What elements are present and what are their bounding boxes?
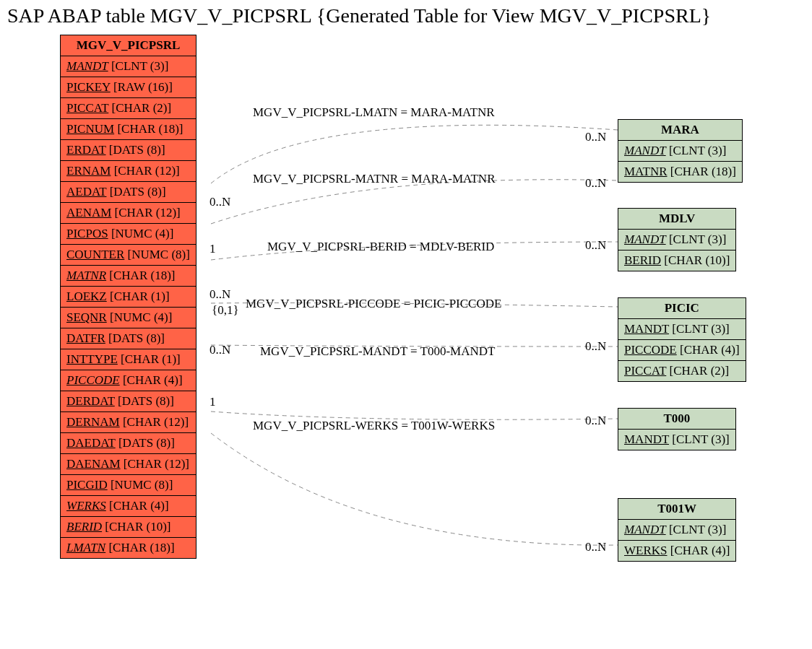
entity-field: LMATN [CHAR (18)] bbox=[61, 538, 196, 559]
entity-field: MANDT [CLNT (3)] bbox=[618, 319, 746, 340]
entity-field: MANDT [CLNT (3)] bbox=[618, 520, 736, 541]
field-name: DATFR bbox=[66, 331, 105, 345]
field-name: MANDT bbox=[624, 523, 666, 536]
cardinality-right: 0..N bbox=[585, 176, 606, 191]
entity-field: DATFR [DATS (8)] bbox=[61, 328, 196, 349]
entity-field: PICGID [NUMC (8)] bbox=[61, 475, 196, 496]
relation-label: MGV_V_PICPSRL-MATNR = MARA-MATNR bbox=[253, 172, 495, 186]
field-name: DAEDAT bbox=[66, 436, 116, 450]
field-name: WERKS bbox=[624, 544, 668, 557]
cardinality-left: 0..N bbox=[210, 195, 230, 209]
entity-field: AENAM [CHAR (12)] bbox=[61, 203, 196, 224]
cardinality-left: 0..N bbox=[210, 343, 230, 357]
field-name: INTTYPE bbox=[66, 352, 118, 366]
field-name: COUNTER bbox=[66, 248, 124, 261]
relation-label: MGV_V_PICPSRL-MANDT = T000-MANDT bbox=[260, 344, 495, 359]
entity-field: MANDT [CLNT (3)] bbox=[618, 230, 736, 251]
field-name: PICCODE bbox=[66, 373, 120, 387]
field-name: BERID bbox=[66, 520, 102, 533]
entity-field: PICCODE [CHAR (4)] bbox=[618, 340, 746, 361]
entity-field: PICKEY [RAW (16)] bbox=[61, 77, 196, 98]
entity-field: DERDAT [DATS (8)] bbox=[61, 391, 196, 412]
field-name: LOEKZ bbox=[66, 289, 107, 303]
entity-header: MARA bbox=[618, 120, 743, 141]
entity-header: T000 bbox=[618, 409, 736, 430]
field-name: MANDT bbox=[624, 322, 669, 336]
entity-field: PICCAT [CHAR (2)] bbox=[61, 98, 196, 119]
field-name: DERNAM bbox=[66, 415, 120, 429]
field-name: PICCAT bbox=[624, 364, 666, 378]
field-name: ERDAT bbox=[66, 143, 105, 157]
field-name: PICGID bbox=[66, 478, 108, 492]
field-name: PICCODE bbox=[624, 343, 677, 357]
field-name: MATNR bbox=[66, 269, 106, 282]
field-name: PICCAT bbox=[66, 101, 108, 115]
cardinality-left: 1 bbox=[210, 395, 216, 409]
cardinality-right: 0..N bbox=[585, 540, 606, 554]
field-name: SEQNR bbox=[66, 310, 107, 324]
entity-table-t000: T000MANDT [CLNT (3)] bbox=[618, 408, 736, 450]
entity-field: MATNR [CHAR (18)] bbox=[61, 266, 196, 287]
entity-field: ERDAT [DATS (8)] bbox=[61, 140, 196, 161]
entity-field: MANDT [CLNT (3)] bbox=[61, 56, 196, 77]
field-name: PICPOS bbox=[66, 227, 108, 240]
entity-header: MDLV bbox=[618, 209, 736, 230]
relation-label: MGV_V_PICPSRL-BERID = MDLV-BERID bbox=[267, 240, 494, 254]
entity-table-t001w: T001WMANDT [CLNT (3)]WERKS [CHAR (4)] bbox=[618, 498, 736, 562]
entity-field: DERNAM [CHAR (12)] bbox=[61, 412, 196, 433]
entity-field: DAEDAT [DATS (8)] bbox=[61, 433, 196, 454]
entity-field: SEQNR [NUMC (4)] bbox=[61, 308, 196, 328]
cardinality-right: 0..N bbox=[585, 414, 606, 428]
entity-header: MGV_V_PICPSRL bbox=[61, 35, 196, 56]
field-name: MANDT bbox=[624, 432, 669, 446]
entity-field: BERID [CHAR (10)] bbox=[618, 251, 736, 271]
entity-field: PICCAT [CHAR (2)] bbox=[618, 361, 746, 382]
field-name: AEDAT bbox=[66, 185, 106, 199]
field-name: PICKEY bbox=[66, 80, 111, 94]
entity-field: PICPOS [NUMC (4)] bbox=[61, 224, 196, 245]
entity-field: WERKS [CHAR (4)] bbox=[61, 496, 196, 517]
field-name: WERKS bbox=[66, 499, 106, 513]
field-name: PICNUM bbox=[66, 122, 114, 136]
field-name: LMATN bbox=[66, 541, 105, 554]
entity-field: ERNAM [CHAR (12)] bbox=[61, 161, 196, 182]
field-name: DERDAT bbox=[66, 394, 115, 408]
entity-field: PICNUM [CHAR (18)] bbox=[61, 119, 196, 140]
entity-table-mdlv: MDLVMANDT [CLNT (3)]BERID [CHAR (10)] bbox=[618, 208, 736, 271]
cardinality-right: 0..N bbox=[585, 238, 606, 253]
entity-field: BERID [CHAR (10)] bbox=[61, 517, 196, 538]
entity-field: LOEKZ [CHAR (1)] bbox=[61, 287, 196, 308]
field-name: DAENAM bbox=[66, 457, 121, 471]
field-name: ERNAM bbox=[66, 164, 111, 178]
field-name: MATNR bbox=[624, 165, 668, 178]
entity-table-picic: PICICMANDT [CLNT (3)]PICCODE [CHAR (4)]P… bbox=[618, 297, 746, 382]
cardinality-left: 0..N bbox=[210, 287, 230, 302]
entity-field: COUNTER [NUMC (8)] bbox=[61, 245, 196, 266]
entity-table-mgv_v_picpsrl: MGV_V_PICPSRLMANDT [CLNT (3)]PICKEY [RAW… bbox=[60, 35, 196, 559]
field-name: MANDT bbox=[624, 144, 666, 157]
field-name: AENAM bbox=[66, 206, 111, 219]
entity-field: PICCODE [CHAR (4)] bbox=[61, 370, 196, 391]
cardinality-left: 1 bbox=[210, 242, 216, 256]
entity-field: AEDAT [DATS (8)] bbox=[61, 182, 196, 203]
relation-label: MGV_V_PICPSRL-WERKS = T001W-WERKS bbox=[253, 419, 495, 433]
entity-field: DAENAM [CHAR (12)] bbox=[61, 454, 196, 475]
entity-header: T001W bbox=[618, 499, 736, 520]
cardinality-right: 0..N bbox=[585, 339, 606, 354]
page-title: SAP ABAP table MGV_V_PICPSRL {Generated … bbox=[7, 4, 711, 27]
cardinality-right: 0..N bbox=[585, 130, 606, 144]
entity-table-mara: MARAMANDT [CLNT (3)]MATNR [CHAR (18)] bbox=[618, 119, 743, 183]
cardinality-extra: {0,1} bbox=[212, 303, 239, 318]
entity-field: INTTYPE [CHAR (1)] bbox=[61, 349, 196, 370]
field-name: MANDT bbox=[624, 232, 666, 246]
field-name: BERID bbox=[624, 253, 661, 267]
entity-header: PICIC bbox=[618, 298, 746, 319]
relation-label: MGV_V_PICPSRL-PICCODE = PICIC-PICCODE bbox=[246, 297, 501, 311]
entity-field: MANDT [CLNT (3)] bbox=[618, 141, 743, 162]
entity-field: MANDT [CLNT (3)] bbox=[618, 430, 736, 450]
entity-field: MATNR [CHAR (18)] bbox=[618, 162, 743, 183]
entity-field: WERKS [CHAR (4)] bbox=[618, 541, 736, 562]
relation-label: MGV_V_PICPSRL-LMATN = MARA-MATNR bbox=[253, 105, 495, 120]
field-name: MANDT bbox=[66, 59, 108, 73]
